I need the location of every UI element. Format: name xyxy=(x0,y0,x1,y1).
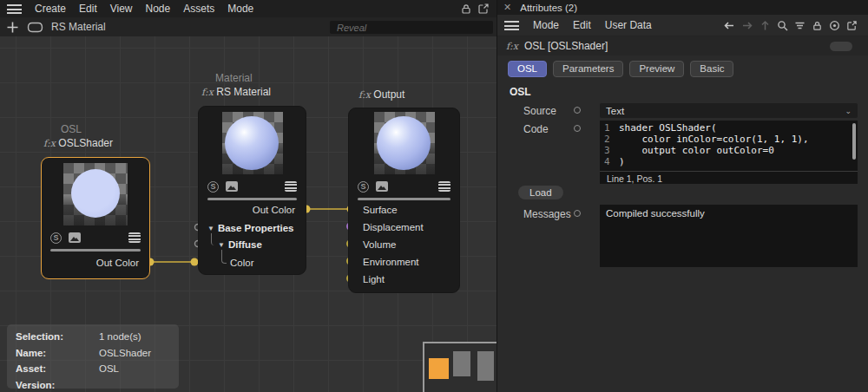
image-preview-icon[interactable] xyxy=(376,181,388,192)
node-rs-material[interactable]: S Out Color ▼Base Properties ▼Diffuse Co… xyxy=(198,106,306,275)
minimap-node[interactable] xyxy=(453,351,470,376)
code-text: shader OSLShader( xyxy=(619,122,717,134)
popout-icon[interactable] xyxy=(477,3,490,15)
target-icon[interactable] xyxy=(829,20,840,31)
image-preview-icon[interactable] xyxy=(69,232,81,243)
load-button[interactable]: Load xyxy=(518,186,563,199)
minimap-node-selected[interactable] xyxy=(429,358,449,379)
menu-node[interactable]: Node xyxy=(146,3,171,15)
node-menu-icon[interactable] xyxy=(285,181,297,192)
surface-input-label: Surface xyxy=(363,204,398,216)
source-dropdown-value: Text xyxy=(606,106,624,116)
breadcrumb-material-name[interactable]: RS Material xyxy=(51,21,106,33)
messages-connection-dot[interactable] xyxy=(574,210,581,217)
code-scrollbar[interactable] xyxy=(852,123,856,160)
hamburger-menu-icon[interactable] xyxy=(504,21,519,30)
source-connection-dot[interactable] xyxy=(574,107,581,114)
color-input-label: Color xyxy=(230,257,253,269)
output-node-caption: f:x Output xyxy=(358,88,404,102)
menu-user-data[interactable]: User Data xyxy=(605,19,652,31)
code-text: output color outColor=0 xyxy=(619,145,774,156)
shader-ball xyxy=(225,116,279,170)
node-output[interactable]: S Surface Displacement Volume Environmen… xyxy=(348,108,460,293)
enabled-toggle[interactable] xyxy=(830,42,852,51)
attributes-toolbar-icons xyxy=(723,20,861,31)
info-label: Selection: xyxy=(16,329,99,345)
info-value: OSLShader xyxy=(99,345,151,362)
code-text: color inColor=color(1, 1, 1), xyxy=(619,134,809,145)
info-label: Version: xyxy=(16,377,99,392)
chevron-down-icon[interactable]: ▼ xyxy=(207,225,214,232)
code-line: 2 color inColor=color(1, 1, 1), xyxy=(600,134,858,145)
solo-icon[interactable]: S xyxy=(50,232,62,244)
code-line: 1shader OSLShader( xyxy=(600,122,858,134)
chevron-down-icon[interactable]: ▼ xyxy=(218,241,225,249)
menu-view[interactable]: View xyxy=(110,3,133,15)
menu-edit[interactable]: Edit xyxy=(79,3,97,15)
active-object-row: f:x OSL [OSLShader] xyxy=(497,36,868,56)
node-editor-menubar: Create Edit View Node Assets Mode xyxy=(0,0,496,17)
node-editor-window: Create Edit View Node Assets Mode RS Mat… xyxy=(0,0,868,392)
tab-parameters[interactable]: Parameters xyxy=(553,61,623,77)
volume-input-label: Volume xyxy=(363,238,396,251)
material-tag-icon[interactable] xyxy=(27,22,43,33)
material-preview xyxy=(222,112,283,174)
graph-navigator-minimap[interactable] xyxy=(423,342,496,392)
tree-connector xyxy=(211,233,216,245)
popout-icon[interactable] xyxy=(846,20,858,31)
node-menu-icon[interactable] xyxy=(128,232,141,243)
forward-arrow-icon[interactable] xyxy=(741,20,753,31)
minimap-node[interactable] xyxy=(477,351,494,381)
material-node-title: f:x RS Material xyxy=(201,85,271,100)
material-node-icons: S xyxy=(199,180,306,193)
light-input-label: Light xyxy=(363,273,385,285)
image-preview-icon[interactable] xyxy=(226,181,238,192)
code-cursor-status: Line 1, Pos. 1 xyxy=(600,171,858,184)
menu-mode[interactable]: Mode xyxy=(533,19,559,31)
info-label: Asset: xyxy=(16,361,99,377)
source-label: Source xyxy=(523,105,556,117)
add-node-icon[interactable] xyxy=(6,21,19,34)
lock-icon[interactable] xyxy=(460,3,472,15)
node-editor-toolbar: RS Material xyxy=(0,17,496,36)
close-icon[interactable]: ✕ xyxy=(503,3,511,12)
menu-create[interactable]: Create xyxy=(35,3,66,15)
solo-icon[interactable]: S xyxy=(207,181,219,193)
code-editor[interactable]: 1shader OSLShader( 2 color inColor=color… xyxy=(600,121,858,184)
back-arrow-icon[interactable] xyxy=(723,20,735,31)
selection-info-overlay: Selection: 1 node(s) Name: OSLShader Ass… xyxy=(7,324,179,389)
osl-section-header[interactable]: OSL xyxy=(510,86,531,98)
tab-basic[interactable]: Basic xyxy=(690,61,733,77)
tab-osl[interactable]: OSL xyxy=(508,61,547,77)
source-dropdown[interactable]: Text ⌄ xyxy=(600,103,858,118)
info-label: Name: xyxy=(16,345,99,362)
search-icon[interactable] xyxy=(777,20,788,31)
osl-node-type: OSL xyxy=(61,122,113,136)
output-preview xyxy=(374,112,435,174)
environment-input-label: Environment xyxy=(363,256,419,268)
hamburger-menu-icon[interactable] xyxy=(7,4,22,14)
menu-edit[interactable]: Edit xyxy=(573,19,591,31)
filter-icon[interactable] xyxy=(794,20,806,31)
code-connection-dot[interactable] xyxy=(574,125,581,132)
oslshader-outcolor-label: Out Color xyxy=(96,257,139,269)
displacement-input-label: Displacement xyxy=(363,221,424,233)
oslshader-preview xyxy=(63,163,128,225)
node-oslshader[interactable]: S Out Color xyxy=(41,157,150,279)
solo-icon[interactable]: S xyxy=(358,181,369,193)
lock-icon[interactable] xyxy=(812,20,823,31)
base-properties-group[interactable]: ▼Base Properties xyxy=(207,222,294,235)
node-graph-canvas[interactable]: OSL f:x OSLShader S Out Color Material f… xyxy=(0,36,496,392)
reveal-search-input[interactable] xyxy=(330,21,493,34)
preview-progress-bar xyxy=(50,249,141,252)
menubar-icons xyxy=(460,3,490,15)
tab-preview[interactable]: Preview xyxy=(629,61,684,77)
menu-mode[interactable]: Mode xyxy=(227,3,253,15)
menu-assets[interactable]: Assets xyxy=(183,3,214,15)
shader-ball xyxy=(71,169,120,218)
node-menu-icon[interactable] xyxy=(438,181,450,192)
up-arrow-icon[interactable] xyxy=(760,20,771,31)
info-row-selection: Selection: 1 node(s) xyxy=(16,329,179,345)
info-value: OSL xyxy=(99,361,119,377)
messages-output[interactable]: Compiled successfully xyxy=(600,205,858,267)
